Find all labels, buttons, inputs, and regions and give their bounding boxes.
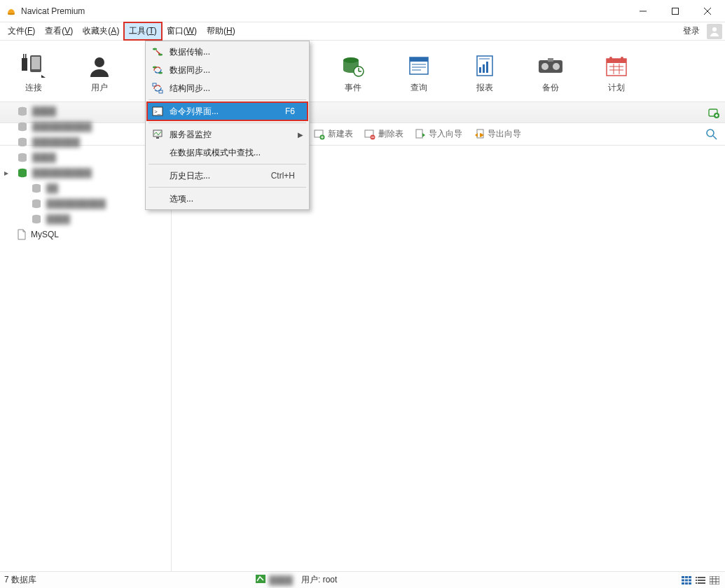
connection-icon bbox=[20, 52, 48, 80]
expand-icon[interactable]: ▸ bbox=[4, 168, 11, 178]
tool-connection-label: 连接 bbox=[25, 82, 42, 94]
menu-favorites[interactable]: 收藏夹(A) bbox=[78, 22, 124, 40]
dd-separator bbox=[149, 122, 306, 123]
database-icon bbox=[17, 137, 28, 147]
schedule-icon bbox=[602, 52, 630, 80]
tool-schedule[interactable]: 计划 bbox=[595, 52, 637, 94]
svg-rect-71 bbox=[682, 582, 684, 584]
dd-separator bbox=[149, 164, 306, 164]
dd-data-sync[interactable]: 数据同步... bbox=[147, 61, 308, 79]
svg-rect-77 bbox=[698, 580, 705, 581]
delete-table-icon bbox=[364, 129, 375, 140]
user-icon bbox=[85, 52, 113, 80]
import-icon bbox=[415, 129, 426, 140]
dd-options[interactable]: 选项... bbox=[147, 190, 308, 208]
login-link[interactable]: 登录 bbox=[679, 22, 704, 40]
document-icon bbox=[17, 229, 27, 240]
view-list-button[interactable] bbox=[694, 575, 707, 586]
dd-options-label: 选项... bbox=[170, 193, 193, 205]
dd-data-transfer[interactable]: 数据传输... bbox=[147, 43, 308, 61]
user-avatar-icon[interactable] bbox=[707, 24, 722, 39]
console-icon: >_ bbox=[151, 105, 164, 118]
action-import-wizard[interactable]: 导入向导 bbox=[415, 128, 462, 140]
data-transfer-icon bbox=[151, 46, 164, 58]
action-export-wizard[interactable]: 导出向导 bbox=[474, 128, 521, 140]
tool-event[interactable]: 事件 bbox=[332, 52, 374, 94]
data-sync-icon bbox=[151, 64, 164, 76]
export-icon bbox=[474, 129, 485, 140]
tool-backup-label: 备份 bbox=[542, 82, 559, 94]
maximize-button[interactable] bbox=[659, 0, 691, 22]
svg-rect-25 bbox=[479, 67, 481, 73]
tool-query-label: 查询 bbox=[410, 82, 427, 94]
close-button[interactable] bbox=[691, 0, 724, 22]
main-toolbar: 连接 用户 f(x) 函数 事件 查询 报表 备份 计划 bbox=[0, 41, 725, 102]
menu-file[interactable]: 文件(F) bbox=[3, 22, 40, 40]
server-monitor-icon bbox=[151, 128, 164, 141]
svg-rect-52 bbox=[416, 130, 422, 138]
svg-marker-11 bbox=[41, 75, 46, 78]
svg-point-31 bbox=[553, 63, 560, 70]
menu-tools[interactable]: 工具(T) bbox=[124, 22, 161, 40]
svg-rect-67 bbox=[689, 576, 691, 578]
tree-label: ████ bbox=[46, 214, 70, 224]
svg-text:>_: >_ bbox=[154, 108, 161, 115]
svg-rect-32 bbox=[548, 58, 553, 62]
status-user: 用户: root bbox=[301, 574, 337, 586]
menu-help[interactable]: 帮助(H) bbox=[202, 22, 240, 40]
svg-point-85 bbox=[153, 48, 157, 50]
tool-backup[interactable]: 备份 bbox=[530, 52, 572, 94]
backup-icon bbox=[537, 52, 565, 80]
dd-console-label: 命令列界面... bbox=[170, 106, 219, 118]
search-button[interactable] bbox=[705, 128, 718, 141]
svg-rect-64 bbox=[256, 575, 265, 583]
svg-rect-27 bbox=[486, 62, 488, 73]
tree-label: ██████████ bbox=[32, 168, 92, 178]
tree-row[interactable]: ████ bbox=[0, 211, 171, 227]
svg-point-30 bbox=[541, 63, 548, 70]
tree-label: ████████ bbox=[32, 137, 80, 147]
svg-point-12 bbox=[95, 57, 104, 67]
action-export-wizard-label: 导出向导 bbox=[488, 128, 521, 140]
dd-console-shortcut: F6 bbox=[285, 106, 295, 116]
svg-point-35 bbox=[609, 57, 612, 59]
dd-history[interactable]: 历史日志... Ctrl+H bbox=[147, 167, 308, 185]
new-tab-button[interactable] bbox=[707, 106, 721, 120]
status-connection: ████ bbox=[255, 574, 293, 586]
svg-rect-76 bbox=[696, 580, 697, 581]
svg-rect-79 bbox=[698, 582, 705, 584]
tree-row-mysql[interactable]: MySQL bbox=[0, 227, 171, 242]
tool-event-label: 事件 bbox=[345, 82, 361, 94]
dd-server-monitor[interactable]: 服务器监控 ▶ bbox=[147, 125, 308, 144]
dd-data-transfer-label: 数据传输... bbox=[170, 46, 210, 58]
action-new-table[interactable]: 新建表 bbox=[314, 128, 353, 140]
dd-struct-sync[interactable]: 结构同步... bbox=[147, 79, 308, 97]
svg-rect-78 bbox=[696, 582, 697, 584]
minimize-button[interactable] bbox=[627, 0, 659, 22]
menu-view[interactable]: 查看(V) bbox=[40, 22, 78, 40]
dd-history-shortcut: Ctrl+H bbox=[271, 171, 295, 181]
tree-label: ████ bbox=[32, 153, 56, 162]
tool-connection[interactable]: 连接 bbox=[13, 52, 55, 94]
statusbar: 7 数据库 ████ 用户: root bbox=[0, 571, 725, 588]
action-delete-table[interactable]: 删除表 bbox=[364, 128, 403, 140]
view-mode-buttons bbox=[680, 575, 721, 586]
svg-point-0 bbox=[8, 13, 15, 14]
tool-user-label: 用户 bbox=[91, 82, 108, 94]
svg-point-54 bbox=[707, 130, 714, 136]
dd-separator bbox=[149, 187, 306, 188]
menu-window[interactable]: 窗口(W) bbox=[162, 22, 202, 40]
svg-point-5 bbox=[712, 27, 717, 31]
tool-query[interactable]: 查询 bbox=[398, 52, 440, 94]
svg-rect-8 bbox=[25, 54, 27, 58]
dd-find-in-db[interactable]: 在数据库或模式中查找... bbox=[147, 144, 308, 162]
tool-user[interactable]: 用户 bbox=[78, 52, 120, 94]
view-detail-button[interactable] bbox=[708, 575, 721, 586]
tool-report[interactable]: 报表 bbox=[464, 52, 506, 94]
database-icon bbox=[17, 122, 28, 132]
tree-label: ██ bbox=[46, 183, 58, 193]
tree-label: ████ bbox=[32, 106, 56, 116]
dd-console[interactable]: >_ 命令列界面... F6 bbox=[147, 102, 308, 120]
view-grid-button[interactable] bbox=[680, 575, 693, 586]
dd-history-label: 历史日志... bbox=[170, 170, 210, 182]
